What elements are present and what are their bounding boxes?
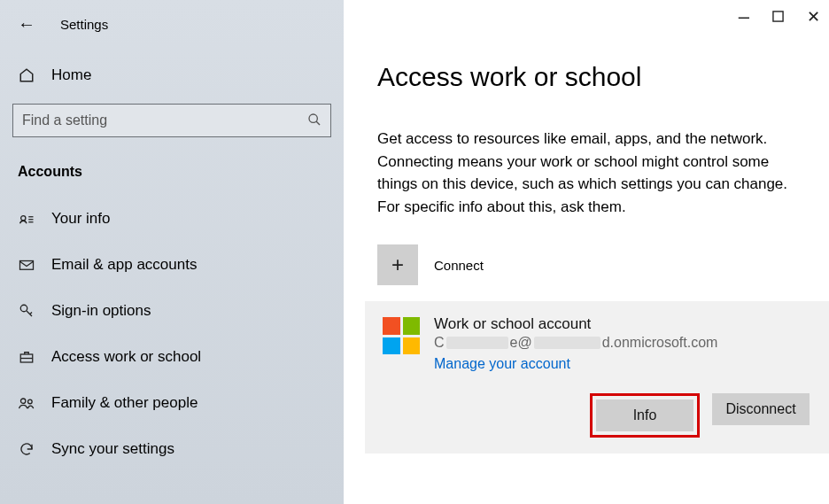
app-title: Settings	[60, 17, 108, 32]
account-actions: Info Disconnect	[377, 393, 817, 438]
svg-point-7	[20, 305, 27, 312]
home-icon	[18, 67, 35, 83]
mail-icon	[18, 259, 35, 271]
main-pane: – ✕ Access work or school Get access to …	[344, 0, 829, 504]
account-head: Work or school account C e@ d.onmicrosof…	[377, 315, 817, 372]
close-icon[interactable]: ✕	[807, 7, 820, 27]
window-controls: – ✕	[739, 7, 820, 27]
disconnect-button[interactable]: Disconnect	[712, 393, 810, 425]
redacted-text	[446, 337, 508, 349]
svg-point-2	[21, 216, 26, 221]
sync-icon	[18, 441, 35, 457]
sidebar-item-family[interactable]: Family & other people	[0, 380, 344, 426]
sidebar-item-label: Sync your settings	[51, 440, 174, 458]
sidebar-item-sign-in-options[interactable]: Sign-in options	[0, 288, 344, 334]
sidebar-item-your-info[interactable]: Your info	[0, 196, 344, 242]
key-icon	[18, 303, 35, 319]
svg-rect-12	[773, 11, 783, 20]
sidebar-item-label: Access work or school	[51, 348, 201, 366]
redacted-text	[534, 337, 600, 349]
page-description: Get access to resources like email, apps…	[377, 128, 795, 218]
maximize-icon[interactable]	[772, 10, 784, 25]
account-text: Work or school account C e@ d.onmicrosof…	[434, 315, 817, 372]
sidebar-item-sync[interactable]: Sync your settings	[0, 426, 344, 472]
home-label: Home	[51, 66, 91, 84]
minimize-icon[interactable]: –	[739, 12, 749, 21]
connect-label: Connect	[434, 258, 484, 273]
account-email: C e@ d.onmicrosoft.com	[434, 335, 817, 351]
accounts-section-header: Accounts	[0, 155, 344, 196]
svg-point-11	[28, 399, 33, 404]
sidebar-item-label: Your info	[51, 210, 110, 228]
page-title: Access work or school	[377, 62, 808, 92]
settings-sidebar: ← Settings Home Accounts Your info Email…	[0, 0, 344, 504]
account-title: Work or school account	[434, 315, 817, 333]
svg-point-0	[309, 114, 317, 122]
svg-line-1	[316, 121, 320, 125]
back-arrow-icon[interactable]: ←	[18, 14, 35, 35]
sidebar-item-email-accounts[interactable]: Email & app accounts	[0, 242, 344, 288]
microsoft-logo-icon	[383, 317, 420, 354]
briefcase-icon	[18, 350, 35, 364]
search-box[interactable]	[12, 104, 331, 137]
home-button[interactable]: Home	[0, 52, 344, 98]
search-icon	[307, 112, 322, 129]
svg-rect-6	[20, 261, 34, 270]
sidebar-top: ← Settings	[0, 14, 344, 52]
account-card[interactable]: Work or school account C e@ d.onmicrosof…	[365, 301, 829, 454]
plus-icon: +	[377, 244, 418, 285]
search-input[interactable]	[22, 112, 307, 128]
info-button[interactable]: Info	[596, 399, 693, 431]
info-highlight-box: Info	[590, 393, 700, 438]
people-icon	[18, 396, 35, 410]
svg-point-10	[20, 399, 25, 403]
manage-account-link[interactable]: Manage your account	[434, 356, 817, 372]
sidebar-item-label: Family & other people	[51, 394, 198, 412]
sidebar-item-label: Sign-in options	[51, 302, 151, 320]
connect-button[interactable]: + Connect	[377, 244, 808, 285]
sidebar-item-access-work-school[interactable]: Access work or school	[0, 334, 344, 380]
person-card-icon	[18, 213, 35, 225]
sidebar-item-label: Email & app accounts	[51, 256, 197, 274]
